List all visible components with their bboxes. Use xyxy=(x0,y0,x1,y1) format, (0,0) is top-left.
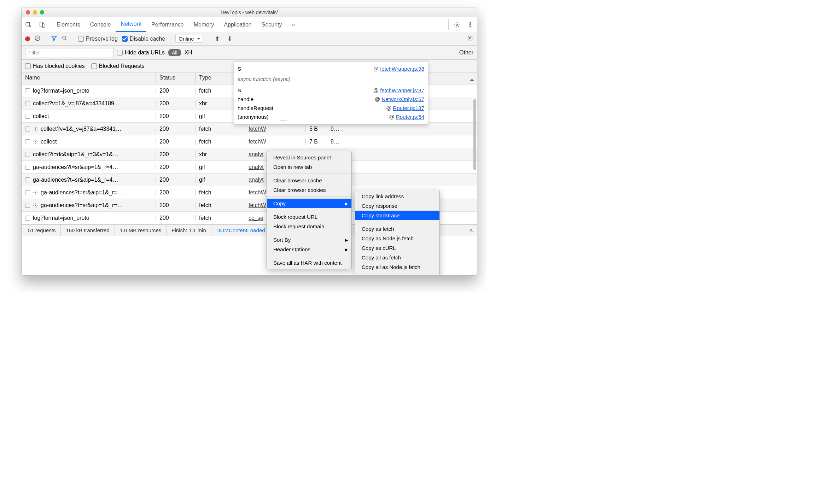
more-tabs-icon[interactable]: » xyxy=(287,17,300,32)
request-status: 200 xyxy=(156,177,196,183)
request-type: xhr xyxy=(196,151,245,158)
menu-item[interactable]: Copy as Node.js fetch xyxy=(355,234,439,243)
stack-link[interactable]: Router.js:187 xyxy=(393,105,424,111)
zoom-icon[interactable] xyxy=(40,10,44,14)
menu-item[interactable]: Copy as cURL xyxy=(355,243,439,253)
filter-input[interactable] xyxy=(25,48,113,57)
tab-performance[interactable]: Performance xyxy=(146,17,189,32)
throttle-select[interactable]: Online xyxy=(175,35,203,43)
menu-item[interactable]: Block request URL xyxy=(267,212,351,222)
settings-icon[interactable] xyxy=(450,17,463,32)
clear-icon[interactable] xyxy=(34,35,41,43)
menu-item[interactable]: Copy stacktrace xyxy=(355,211,439,220)
request-type: gif xyxy=(196,164,245,170)
row-checkbox[interactable] xyxy=(25,165,30,170)
request-status: 200 xyxy=(156,189,196,196)
status-transferred: 160 kB transferred xyxy=(61,225,115,236)
request-name: log?format=json_proto xyxy=(33,215,89,221)
table-row[interactable]: collect?t=dc&aip=1&_r=3&v=1&…200xhranaly… xyxy=(22,148,477,161)
row-checkbox[interactable] xyxy=(25,139,30,144)
row-checkbox[interactable] xyxy=(25,190,30,195)
stack-link[interactable]: fetchWrapper.js:37 xyxy=(380,87,424,93)
request-name: ga-audiences?t=sr&aip=1&_r=… xyxy=(41,189,123,196)
svg-point-4 xyxy=(470,22,471,23)
request-name: collect xyxy=(41,139,57,145)
device-icon[interactable] xyxy=(35,17,48,32)
request-name: ga-audiences?t=sr&aip=1&_r=4… xyxy=(33,177,118,183)
service-worker-icon xyxy=(33,203,38,208)
menu-item[interactable]: Sort By xyxy=(267,235,351,245)
table-row[interactable]: collect?v=1&_v=j87&a=43341…200fetchfetch… xyxy=(22,123,477,135)
request-status: 200 xyxy=(156,164,196,170)
record-button[interactable] xyxy=(25,36,30,41)
tab-elements[interactable]: Elements xyxy=(52,17,85,32)
stack-link[interactable]: NetworkOnly.js:67 xyxy=(381,96,424,102)
upload-har-icon[interactable]: ⬆ xyxy=(213,35,221,43)
inspect-icon[interactable] xyxy=(22,17,35,32)
menu-item[interactable]: Open in new tab xyxy=(267,162,351,172)
hide-data-urls-checkbox[interactable]: Hide data URLs xyxy=(117,49,165,56)
has-blocked-cookies-checkbox[interactable]: Has blocked cookies xyxy=(25,63,85,69)
row-checkbox[interactable] xyxy=(25,88,30,93)
request-type: fetch xyxy=(196,189,245,196)
row-checkbox[interactable] xyxy=(25,127,30,131)
row-checkbox[interactable] xyxy=(25,114,30,119)
request-name: log?format=json_proto xyxy=(33,88,89,94)
tab-console[interactable]: Console xyxy=(85,17,116,32)
menu-item[interactable]: Copy all as Node.js fetch xyxy=(355,262,439,272)
kebab-icon[interactable] xyxy=(463,17,477,32)
stack-link[interactable]: fetchWrapper.js:98 xyxy=(380,66,424,72)
filter-all[interactable]: All xyxy=(168,49,181,56)
network-settings-icon[interactable] xyxy=(467,35,473,43)
table-row[interactable]: ga-audiences?t=sr&aip=1&_r=4…200gifanaly… xyxy=(22,161,477,174)
menu-item[interactable]: Copy all as cURL xyxy=(355,272,439,276)
row-checkbox[interactable] xyxy=(25,216,30,221)
menu-item[interactable]: Copy link address xyxy=(355,192,439,201)
menu-item[interactable]: Save all as HAR with content xyxy=(267,258,351,268)
stack-link[interactable]: Router.js:54 xyxy=(396,114,424,120)
tab-security[interactable]: Security xyxy=(257,17,287,32)
filter-other[interactable]: Other xyxy=(459,49,473,56)
tab-memory[interactable]: Memory xyxy=(189,17,219,32)
menu-item[interactable]: Reveal in Sources panel xyxy=(267,153,351,162)
menu-item[interactable]: Block request domain xyxy=(267,222,351,231)
table-row[interactable]: ga-audiences?t=sr&aip=1&_r=4…200gifanaly… xyxy=(22,174,477,186)
status-resources: 1.0 MB resources xyxy=(115,225,167,236)
row-checkbox[interactable] xyxy=(25,203,30,208)
tab-network[interactable]: Network xyxy=(116,17,146,32)
service-worker-icon xyxy=(33,190,38,195)
blocked-requests-checkbox[interactable]: Blocked Requests xyxy=(91,63,145,69)
request-name: ga-audiences?t=sr&aip=1&_r=4… xyxy=(33,164,118,170)
service-worker-icon xyxy=(33,139,38,144)
svg-point-9 xyxy=(469,37,471,39)
menu-item[interactable]: Clear browser cookies xyxy=(267,185,351,195)
request-initiator[interactable]: fetchW xyxy=(245,126,306,132)
row-checkbox[interactable] xyxy=(25,177,30,182)
scrollbar[interactable] xyxy=(473,99,476,170)
menu-item[interactable]: Copy as fetch xyxy=(355,224,439,234)
menu-item[interactable]: Copy response xyxy=(355,201,439,211)
row-checkbox[interactable] xyxy=(25,101,30,106)
minimize-icon[interactable] xyxy=(33,10,37,14)
search-icon[interactable] xyxy=(62,35,68,43)
preserve-log-checkbox[interactable]: Preserve log xyxy=(78,36,118,42)
menu-item[interactable]: Header Options xyxy=(267,245,351,254)
request-initiator[interactable]: fetchW xyxy=(245,139,306,145)
request-type: fetch xyxy=(196,139,245,145)
menu-item[interactable]: Copy all as fetch xyxy=(355,253,439,262)
table-row[interactable]: collect200fetchfetchW7 B9… xyxy=(22,135,477,148)
menu-item[interactable]: Clear browser cache xyxy=(267,176,351,185)
menu-item[interactable]: Copy xyxy=(267,199,351,208)
tab-application[interactable]: Application xyxy=(219,17,256,32)
request-name: collect?v=1&_v=j87&a=4334189… xyxy=(33,100,120,107)
close-icon[interactable] xyxy=(26,10,30,14)
disable-cache-checkbox[interactable]: Disable cache xyxy=(122,36,165,42)
header-status[interactable]: Status xyxy=(156,72,196,84)
svg-point-5 xyxy=(470,24,471,25)
header-name[interactable]: Name xyxy=(22,72,156,84)
row-checkbox[interactable] xyxy=(25,152,30,157)
filter-xh[interactable]: XH xyxy=(185,49,192,56)
download-har-icon[interactable]: ⬇ xyxy=(226,35,234,43)
filter-icon[interactable] xyxy=(51,35,57,43)
request-time: 9… xyxy=(327,126,348,132)
